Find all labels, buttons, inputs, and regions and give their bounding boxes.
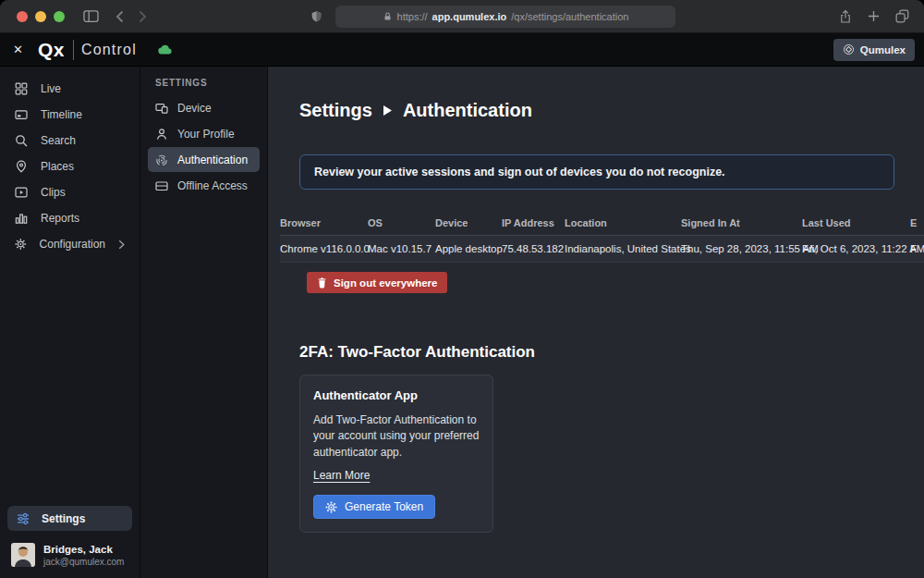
new-tab-icon[interactable]	[868, 10, 880, 22]
zoom-window-button[interactable]	[54, 11, 65, 22]
settings-nav-title: SETTINGS	[148, 78, 260, 88]
gear-icon	[15, 238, 27, 251]
cell-signed-in-at: Thu, Sep 28, 2023, 11:55 AM	[681, 243, 802, 254]
learn-more-link[interactable]: Learn More	[313, 469, 370, 482]
breadcrumb-parent: Settings	[299, 100, 372, 121]
cell-last-used: Fri, Oct 6, 2023, 11:22 AM	[802, 243, 910, 254]
breadcrumb: Settings Authentication	[299, 100, 924, 121]
app-header: ✕ Qx Control Qumulex	[0, 33, 924, 67]
cell-browser: Chrome v116.0.0.0	[280, 243, 368, 254]
col-ip-address: IP Address	[502, 217, 565, 228]
settings-nav-item-offline-access[interactable]: Offline Access	[148, 173, 260, 198]
sidebar-settings-label: Settings	[42, 512, 85, 525]
share-icon[interactable]	[839, 9, 852, 24]
sidebar-item-clips[interactable]: Clips	[7, 179, 132, 205]
back-icon[interactable]	[116, 10, 124, 23]
timeline-icon	[15, 108, 28, 121]
generate-token-button[interactable]: Generate Token	[313, 495, 435, 519]
privacy-shield-icon[interactable]	[310, 10, 322, 23]
card-icon	[155, 179, 168, 192]
sliders-icon	[17, 512, 30, 525]
url-scheme: https://	[397, 11, 428, 22]
main-content: Settings Authentication Review your acti…	[268, 67, 924, 578]
sidebar-item-live[interactable]: Live	[7, 76, 132, 102]
chevron-right-icon	[118, 240, 125, 250]
settings-nav-label: Offline Access	[177, 179, 248, 192]
tab-overview-icon[interactable]	[895, 9, 909, 23]
col-clipped: E	[910, 217, 924, 228]
user-email: jack@qumulex.com	[43, 557, 124, 567]
main-sidebar: Live Timeline Search Places Clips Report…	[0, 67, 140, 578]
settings-nav-label: Authentication	[177, 154, 248, 166]
col-location: Location	[565, 217, 681, 228]
avatar	[11, 543, 35, 567]
close-window-button[interactable]	[17, 11, 28, 22]
sign-out-everywhere-button[interactable]: Sign out everywhere	[307, 272, 447, 293]
logo-divider	[73, 40, 74, 60]
settings-nav-label: Your Profile	[177, 128, 235, 141]
cell-os: Mac v10.15.7	[368, 243, 435, 254]
url-domain: app.qumulex.io	[432, 11, 507, 22]
breadcrumb-current: Authentication	[403, 100, 532, 121]
authenticator-app-card: Authenticator App Add Two-Factor Authent…	[299, 375, 493, 533]
person-icon	[155, 128, 168, 141]
sidebar-toggle-icon[interactable]	[83, 9, 99, 23]
settings-nav-item-your-profile[interactable]: Your Profile	[148, 121, 260, 146]
clips-play-icon	[15, 186, 28, 199]
col-last-used: Last Used	[802, 217, 910, 228]
card-body-text: Add Two-Factor Authentication to your ac…	[313, 412, 480, 461]
bar-chart-icon	[15, 212, 28, 225]
minimize-window-button[interactable]	[35, 11, 46, 22]
grid-icon	[15, 82, 28, 95]
sidebar-item-label: Configuration	[40, 238, 105, 251]
breadcrumb-arrow-icon	[383, 105, 392, 116]
cloud-status-icon	[157, 43, 173, 55]
token-gear-icon	[325, 501, 337, 513]
trash-icon	[317, 277, 327, 289]
app-logo-product: Control	[81, 42, 137, 58]
settings-nav-item-device[interactable]: Device	[148, 95, 260, 120]
settings-nav-label: Device	[177, 102, 212, 115]
sidebar-item-search[interactable]: Search	[7, 128, 132, 154]
cell-location: Indianapolis, United States	[565, 243, 681, 254]
sidebar-item-settings[interactable]: Settings	[7, 506, 132, 531]
user-profile[interactable]: Bridges, Jack jack@qumulex.com	[11, 543, 132, 567]
forward-icon[interactable]	[139, 10, 147, 23]
sessions-table-header: Browser OS Device IP Address Location Si…	[280, 217, 924, 236]
generate-token-label: Generate Token	[345, 500, 423, 513]
address-bar[interactable]: https://app.qumulex.io/qx/settings/authe…	[335, 6, 675, 28]
col-device: Device	[435, 217, 502, 228]
org-switcher-button[interactable]: Qumulex	[833, 39, 915, 61]
devices-icon	[155, 102, 168, 115]
card-title: Authenticator App	[313, 388, 480, 402]
sidebar-item-label: Reports	[41, 212, 79, 225]
sidebar-item-timeline[interactable]: Timeline	[7, 102, 132, 128]
browser-window: https://app.qumulex.io/qx/settings/authe…	[0, 0, 924, 578]
lock-icon	[383, 11, 393, 22]
sidebar-item-label: Search	[41, 134, 76, 147]
sessions-alert: Review your active sessions and sign out…	[299, 154, 894, 190]
twofa-heading: 2FA: Two-Factor Authentication	[299, 343, 924, 362]
search-icon	[15, 134, 28, 147]
org-switcher-label: Qumulex	[860, 44, 906, 55]
browser-chrome: https://app.qumulex.io/qx/settings/authe…	[0, 0, 924, 33]
table-row[interactable]: Chrome v116.0.0.0 Mac v10.15.7 Apple des…	[280, 236, 924, 263]
url-path: /qx/settings/authentication	[511, 11, 628, 22]
settings-nav: SETTINGS Device Your Profile Authenticat…	[140, 67, 268, 578]
sidebar-item-places[interactable]: Places	[7, 154, 132, 179]
map-pin-icon	[15, 160, 28, 173]
sign-out-everywhere-label: Sign out everywhere	[334, 277, 437, 289]
sidebar-item-reports[interactable]: Reports	[7, 205, 132, 231]
sidebar-item-label: Places	[41, 160, 74, 173]
traffic-lights	[17, 11, 65, 22]
sessions-table: Browser OS Device IP Address Location Si…	[280, 217, 924, 263]
cell-device: Apple desktop	[435, 243, 502, 254]
sidebar-item-configuration[interactable]: Configuration	[7, 231, 132, 257]
settings-nav-item-authentication[interactable]: Authentication	[148, 147, 260, 172]
compass-icon	[843, 43, 855, 55]
sessions-alert-text: Review your active sessions and sign out…	[314, 166, 725, 178]
app-close-icon[interactable]: ✕	[13, 43, 23, 56]
sidebar-item-label: Timeline	[41, 108, 82, 121]
fingerprint-icon	[155, 154, 168, 166]
col-browser: Browser	[280, 217, 368, 228]
